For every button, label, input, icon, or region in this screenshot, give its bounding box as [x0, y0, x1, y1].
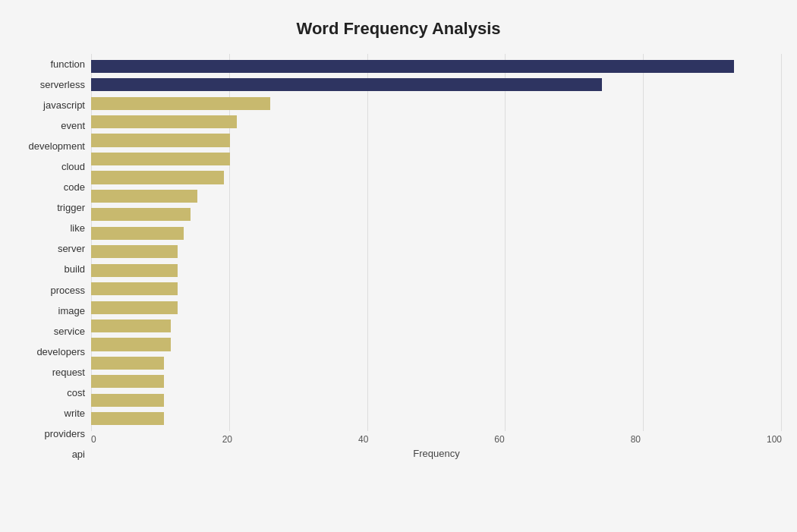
bar [91, 227, 184, 240]
bar [91, 190, 197, 203]
bar-row [91, 150, 782, 168]
chart-title: Word Frequency Analysis [15, 15, 782, 39]
bar-row [91, 224, 782, 242]
bar-row [91, 298, 782, 316]
bar [91, 412, 164, 425]
bar [91, 115, 237, 128]
y-label: providers [45, 429, 85, 439]
bar-row [91, 261, 782, 279]
chart-container: Word Frequency Analysis functionserverle… [0, 0, 797, 532]
y-label: process [50, 285, 85, 295]
x-tick: 80 [631, 434, 641, 445]
y-label: function [50, 59, 85, 69]
bar [91, 245, 178, 258]
y-label: api [72, 449, 85, 459]
bar [91, 264, 178, 277]
y-label: cost [67, 388, 85, 398]
x-axis: 020406080100 Frequency [91, 434, 782, 464]
bars-and-xaxis: 020406080100 Frequency [91, 54, 782, 464]
bar-row [91, 373, 782, 391]
y-label: development [29, 141, 85, 151]
x-tick: 60 [494, 434, 504, 445]
bar [91, 97, 270, 110]
y-label: request [52, 367, 85, 377]
y-label: build [65, 264, 85, 274]
bar-row [91, 335, 782, 354]
x-tick: 20 [222, 434, 232, 445]
bar-row [91, 112, 782, 131]
y-label: write [65, 408, 85, 418]
y-label: image [58, 306, 85, 316]
y-label: service [54, 326, 85, 336]
bar [91, 153, 230, 165]
bar-row [91, 316, 782, 335]
bar-row [91, 391, 782, 409]
bar-row [91, 206, 782, 224]
bar-row [91, 410, 782, 428]
x-axis-label: Frequency [91, 448, 782, 459]
bar [91, 134, 230, 146]
bar [91, 394, 164, 407]
bar [91, 171, 224, 184]
y-label: trigger [57, 203, 85, 212]
y-labels: functionserverlessjavascripteventdevelop… [15, 54, 91, 464]
bar [91, 60, 734, 73]
y-label: javascript [43, 100, 85, 110]
x-tick: 40 [358, 434, 368, 445]
bar [91, 375, 164, 388]
x-tick: 100 [767, 434, 782, 445]
y-label: code [64, 182, 85, 192]
chart-area: functionserverlessjavascripteventdevelop… [15, 54, 782, 464]
y-label: cloud [61, 162, 85, 172]
y-label: event [61, 121, 85, 131]
y-label: server [58, 244, 85, 253]
x-tick: 0 [91, 434, 96, 445]
bar-row [91, 75, 782, 93]
bar-row [91, 94, 782, 112]
bar-row [91, 354, 782, 372]
bar-row [91, 279, 782, 297]
bars-area [91, 54, 782, 431]
bar [91, 208, 191, 221]
y-label: like [70, 223, 85, 233]
bar [91, 78, 602, 91]
bar-row [91, 131, 782, 150]
bar-row [91, 57, 782, 75]
bar-row [91, 168, 782, 187]
bar [91, 320, 171, 332]
y-label: developers [36, 347, 85, 357]
bar [91, 357, 164, 370]
bar-row [91, 187, 782, 205]
bars-rows [91, 54, 782, 431]
bar [91, 338, 171, 351]
bar [91, 301, 178, 314]
x-ticks: 020406080100 [91, 434, 782, 445]
y-label: serverless [40, 80, 85, 90]
bar-row [91, 243, 782, 261]
bar [91, 282, 178, 295]
